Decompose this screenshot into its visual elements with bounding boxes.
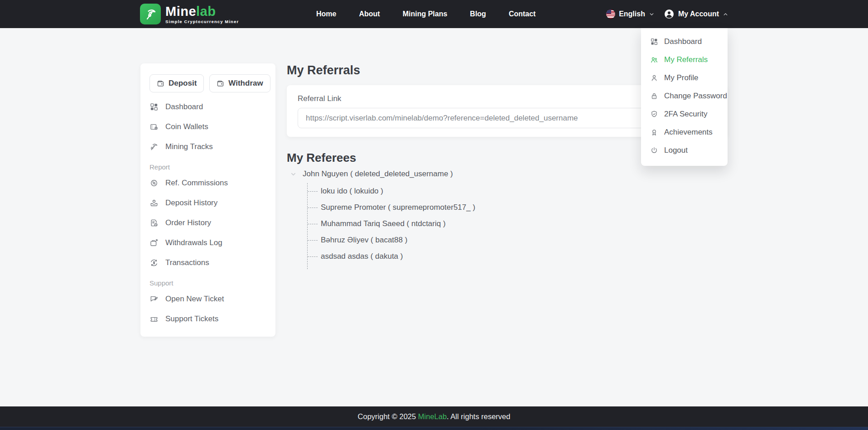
sidebar-item-dashboard[interactable]: Dashboard	[149, 97, 266, 117]
sidebar-item-label: Order History	[165, 218, 211, 227]
sidebar-item-coin-wallets[interactable]: Coin Wallets	[149, 117, 266, 137]
referrals-icon	[650, 56, 658, 64]
menu-item-logout[interactable]: Logout	[641, 141, 728, 159]
sidebar-item-label: Deposit History	[165, 198, 217, 208]
page-title: My Referrals	[287, 63, 360, 77]
shield-check-icon	[650, 110, 658, 118]
language-label: English	[619, 10, 645, 18]
menu-item-label: Change Password	[664, 92, 727, 101]
sidebar-item-support-tickets[interactable]: Support Tickets	[149, 309, 266, 329]
deposit-button[interactable]: Deposit	[149, 74, 204, 92]
sidebar-item-label: Dashboard	[165, 102, 203, 111]
us-flag-icon	[606, 10, 615, 19]
menu-item-label: My Profile	[664, 73, 699, 82]
sidebar-item-withdrawals-log[interactable]: Withdrawals Log	[149, 233, 266, 253]
bottom-accent-strip	[0, 427, 868, 430]
menu-item-label: 2FA Security	[664, 110, 707, 119]
referee-node: asdsad asdas ( dakuta )	[308, 248, 694, 265]
dashboard-icon	[650, 38, 658, 46]
nav-link-blog[interactable]: Blog	[470, 10, 486, 18]
password-icon	[650, 92, 658, 100]
sidebar-item-label: Ref. Commissions	[165, 179, 228, 188]
sidebar-item-order-history[interactable]: Order History	[149, 213, 266, 233]
button-label: Deposit	[169, 79, 197, 88]
sidebar-item-label: Withdrawals Log	[165, 238, 222, 247]
referee-node: Bəhruz Əliyev ( bacat88 )	[308, 232, 694, 248]
withdrawals-icon	[149, 238, 159, 247]
menu-item-label: Dashboard	[664, 37, 702, 46]
sidebar-item-ref-commissions[interactable]: Ref. Commissions	[149, 173, 266, 193]
nav-link-contact[interactable]: Contact	[509, 10, 536, 18]
page-footer: Copyright © 2025 MineLab. All rights res…	[0, 406, 868, 427]
referee-node-label: Muhammad Tariq Saeed ( ntdctariq )	[321, 219, 446, 228]
menu-item-my-referrals[interactable]: My Referrals	[641, 51, 728, 69]
referees-tree: John Nguyen ( deleted_deleted_username )…	[287, 169, 694, 269]
referee-children: loku ido ( lokuido )Supreme Promoter ( s…	[307, 183, 694, 269]
copyright-text: Copyright © 2025 MineLab. All rights res…	[358, 412, 511, 421]
chevron-down-icon	[649, 11, 655, 17]
language-selector[interactable]: English	[606, 10, 655, 19]
sidebar-item-label: Support Tickets	[165, 314, 218, 324]
referee-root-node[interactable]: John Nguyen ( deleted_deleted_username )	[287, 169, 694, 179]
transactions-icon	[149, 258, 159, 267]
header-right: English My Account	[606, 0, 728, 28]
sidebar-item-transactions[interactable]: Transactions	[149, 253, 266, 273]
order-history-icon	[149, 218, 159, 227]
dashboard-sidebar: DepositWithdraw DashboardCoin WalletsMin…	[140, 63, 275, 337]
sidebar-item-open-new-ticket[interactable]: Open New Ticket	[149, 289, 266, 309]
nav-link-home[interactable]: Home	[316, 10, 336, 18]
sidebar-item-deposit-history[interactable]: Deposit History	[149, 193, 266, 213]
nav-link-about[interactable]: About	[359, 10, 380, 18]
sidebar-item-label: Mining Tracks	[165, 142, 213, 151]
chevron-up-icon	[723, 11, 728, 17]
footer-brand: MineLab	[418, 412, 447, 420]
logout-icon	[650, 146, 658, 155]
referee-node-label: Bəhruz Əliyev ( bacat88 )	[321, 236, 407, 245]
menu-item-2fa-security[interactable]: 2FA Security	[641, 105, 728, 123]
main-nav: HomeAboutMining PlansBlogContact	[316, 0, 535, 28]
referee-node: Muhammad Tariq Saeed ( ntdctariq )	[308, 216, 694, 232]
referee-node-label: loku ido ( lokuido )	[321, 187, 383, 196]
sidebar-item-label: Transactions	[165, 258, 209, 267]
referees-title: My Referees	[287, 151, 356, 165]
referee-node-label: Supreme Promoter ( supremepromoter517_ )	[321, 203, 475, 212]
referee-root-label: John Nguyen ( deleted_deleted_username )	[303, 169, 453, 179]
sidebar-item-mining-tracks[interactable]: Mining Tracks	[149, 137, 266, 157]
sidebar-actions: DepositWithdraw	[149, 74, 266, 92]
sidebar-section-support: Support	[149, 273, 266, 289]
wallet-icon	[157, 80, 164, 87]
menu-item-dashboard[interactable]: Dashboard	[641, 33, 728, 51]
sidebar-item-label: Open New Ticket	[165, 295, 224, 304]
menu-item-label: Logout	[664, 146, 688, 155]
commissions-icon	[149, 179, 159, 188]
nav-link-mining-plans[interactable]: Mining Plans	[403, 10, 448, 18]
sidebar-item-label: Coin Wallets	[165, 122, 208, 131]
mining-icon	[149, 142, 159, 151]
new-ticket-icon	[149, 295, 159, 304]
menu-item-achievements[interactable]: Achievements	[641, 123, 728, 141]
achievements-icon	[650, 128, 658, 136]
menu-item-my-profile[interactable]: My Profile	[641, 69, 728, 87]
deposit-history-icon	[149, 198, 159, 208]
profile-icon	[650, 74, 658, 82]
sidebar-nav: DashboardCoin WalletsMining TracksReport…	[149, 97, 266, 329]
coin-wallet-icon	[149, 122, 159, 131]
account-menu-toggle[interactable]: My Account	[664, 9, 728, 19]
wallet-icon	[217, 80, 224, 87]
brand-logo[interactable]: Minelab Simple Cryptocurrency Miner	[140, 4, 239, 24]
user-avatar-icon	[664, 9, 675, 19]
top-header: Minelab Simple Cryptocurrency Miner Home…	[0, 0, 868, 28]
brand-tagline: Simple Cryptocurrency Miner	[165, 19, 239, 24]
button-label: Withdraw	[228, 79, 263, 88]
account-label: My Account	[678, 10, 719, 18]
menu-item-change-password[interactable]: Change Password	[641, 87, 728, 105]
sidebar-section-report: Report	[149, 157, 266, 173]
withdraw-button[interactable]: Withdraw	[209, 74, 270, 92]
menu-item-label: Achievements	[664, 128, 713, 137]
referee-node: Supreme Promoter ( supremepromoter517_ )	[308, 199, 694, 216]
tree-collapse-icon[interactable]	[290, 171, 297, 178]
support-tickets-icon	[149, 314, 159, 324]
account-dropdown-menu: DashboardMy ReferralsMy ProfileChange Pa…	[641, 28, 728, 166]
dashboard-icon	[149, 102, 159, 111]
referee-node: loku ido ( lokuido )	[308, 183, 694, 199]
